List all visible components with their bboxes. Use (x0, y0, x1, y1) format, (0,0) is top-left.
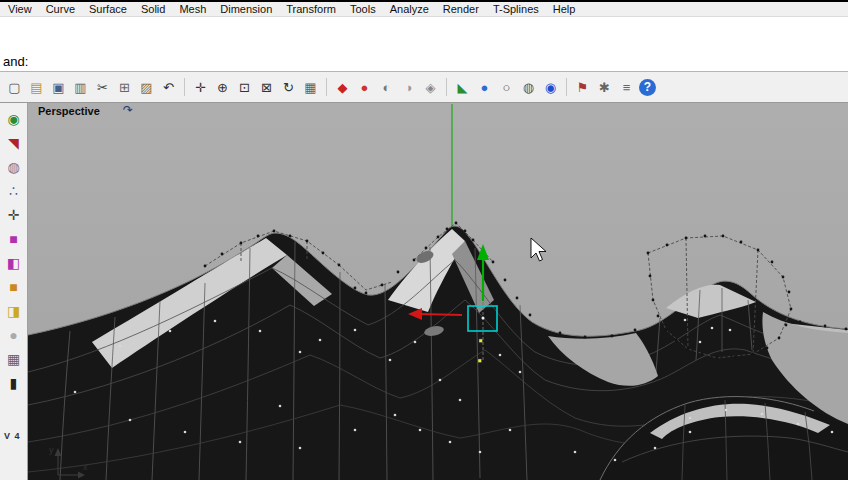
toolbar-separator (446, 78, 447, 96)
point-edit-icon[interactable]: ∴ (4, 181, 24, 201)
grid-snap-icon[interactable]: ▦ (301, 78, 320, 97)
dark-display-mode-icon[interactable]: ▮ (4, 373, 24, 393)
menu-mesh[interactable]: Mesh (179, 3, 206, 15)
zoom-dynamic-icon[interactable]: ⊕ (213, 78, 232, 97)
toolbar-separator (184, 78, 185, 96)
menu-solid[interactable]: Solid (141, 3, 165, 15)
toolbar-separator (566, 78, 567, 96)
main-toolbar: ▢ ▤ ▣ ▥ ✂ ⊞ ▨ ↶ ✛ ⊕ ⊡ ⊠ ↻ ▦ ◆ ● ◐ ◑ ◈ ◣ … (0, 72, 848, 103)
menu-tools[interactable]: Tools (350, 3, 376, 15)
green-sphere-rotate-icon[interactable]: ◉ (4, 109, 24, 129)
help-icon[interactable]: ? (639, 79, 656, 96)
viewport-canvas[interactable]: y x (28, 103, 848, 480)
tsplines-tool-icon[interactable]: ◣ (453, 78, 472, 97)
checker-material-icon[interactable]: ▦ (4, 349, 24, 369)
toolbar-separator (326, 78, 327, 96)
yellow-box-split-icon[interactable]: ◨ (4, 301, 24, 321)
axis-x-label: x (83, 462, 88, 472)
axis-y-label: y (49, 445, 54, 455)
menu-curve[interactable]: Curve (46, 3, 75, 15)
orange-box-icon[interactable]: ■ (4, 277, 24, 297)
side-toolbar: ◉ ◥ ◍ ∴ ✛ ■ ◧ ■ ◨ ● ▦ ▮ V 4 (0, 103, 28, 480)
shaded-sphere-icon[interactable]: ◉ (541, 78, 560, 97)
menu-tsplines[interactable]: T-Splines (493, 3, 539, 15)
dotted-sphere-icon[interactable]: ◍ (519, 78, 538, 97)
command-prompt[interactable]: and: (0, 53, 848, 72)
perspective-viewport[interactable]: y x Perspective ↷ (28, 103, 848, 480)
pan-view-icon[interactable]: ✛ (191, 78, 210, 97)
render-tool-1-icon[interactable]: ◆ (333, 78, 352, 97)
selected-grip-point[interactable] (482, 317, 485, 320)
command-history[interactable]: Option ( GripDisplayMode=Moved PointsOnS… (0, 17, 848, 53)
open-file-icon[interactable]: ▤ (27, 78, 46, 97)
rotate-arrow-icon[interactable]: ↷ (123, 103, 133, 117)
options-gear-icon[interactable]: ✱ (595, 78, 614, 97)
menu-render[interactable]: Render (443, 3, 479, 15)
gumball-move-icon[interactable]: ✛ (4, 205, 24, 225)
lock-grips-icon[interactable]: ◈ (421, 78, 440, 97)
new-document-icon[interactable]: ▢ (5, 78, 24, 97)
red-select-tool-icon[interactable]: ◥ (4, 133, 24, 153)
flag-tool-icon[interactable]: ⚑ (573, 78, 592, 97)
menu-bar: View Curve Surface Solid Mesh Dimension … (0, 2, 848, 17)
magenta-box-split-icon[interactable]: ◧ (4, 253, 24, 273)
layers-panel-icon[interactable]: ≡ (617, 78, 636, 97)
cut-icon[interactable]: ✂ (93, 78, 112, 97)
render-sphere-blue-icon[interactable]: ● (475, 78, 494, 97)
menu-dimension[interactable]: Dimension (220, 3, 272, 15)
zoom-window-icon[interactable]: ⊡ (235, 78, 254, 97)
copy-icon[interactable]: ⊞ (115, 78, 134, 97)
zoom-extents-icon[interactable]: ⊠ (257, 78, 276, 97)
menu-transform[interactable]: Transform (286, 3, 336, 15)
render-tool-2-icon[interactable]: ● (355, 78, 374, 97)
menu-help[interactable]: Help (553, 3, 576, 15)
print-icon[interactable]: ▥ (71, 78, 90, 97)
wireframe-sphere-icon[interactable]: ○ (497, 78, 516, 97)
ghosted-display-icon[interactable]: ◑ (399, 78, 418, 97)
viewport-title[interactable]: Perspective (38, 105, 100, 117)
paste-icon[interactable]: ▨ (137, 78, 156, 97)
menu-analyze[interactable]: Analyze (390, 3, 429, 15)
magenta-box-icon[interactable]: ■ (4, 229, 24, 249)
version-label: V 4 (4, 431, 21, 441)
save-file-icon[interactable]: ▣ (49, 78, 68, 97)
shaded-display-icon[interactable]: ◐ (377, 78, 396, 97)
gray-sphere-icon[interactable]: ● (4, 325, 24, 345)
undo-icon[interactable]: ↶ (159, 78, 178, 97)
globe-view-icon[interactable]: ◍ (4, 157, 24, 177)
menu-view[interactable]: View (8, 3, 32, 15)
rotate-view-icon[interactable]: ↻ (279, 78, 298, 97)
menu-surface[interactable]: Surface (89, 3, 127, 15)
main-content: ◉ ◥ ◍ ∴ ✛ ■ ◧ ■ ◨ ● ▦ ▮ V 4 (0, 103, 848, 480)
